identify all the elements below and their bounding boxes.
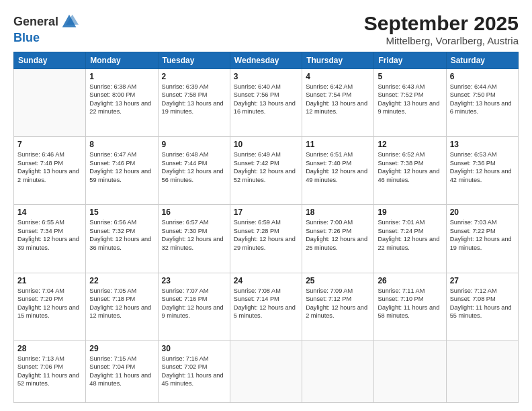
daylight-text: Daylight: 12 hours and 29 minutes. [234,235,298,252]
daylight-text: Daylight: 12 hours and 25 minutes. [306,235,370,252]
table-row [446,340,518,402]
header: General Blue September 2025 Mittelberg, … [13,12,519,46]
sunset-text: Sunset: 7:58 PM [162,91,226,99]
table-row: 30 Sunrise: 7:16 AM Sunset: 7:02 PM Dayl… [158,340,230,402]
sunrise-text: Sunrise: 7:12 AM [450,287,515,295]
sunset-text: Sunset: 7:54 PM [306,91,370,99]
header-saturday: Saturday [446,52,518,69]
sunset-text: Sunset: 7:18 PM [89,295,154,303]
calendar-subtitle: Mittelberg, Vorarlberg, Austria [364,35,519,46]
sunset-text: Sunset: 8:00 PM [89,91,154,99]
page: General Blue September 2025 Mittelberg, … [0,0,532,411]
sunset-text: Sunset: 7:14 PM [234,295,298,303]
daylight-text: Daylight: 11 hours and 45 minutes. [162,371,226,388]
sunrise-text: Sunrise: 6:46 AM [17,150,82,158]
sunset-text: Sunset: 7:28 PM [234,227,298,235]
sunset-text: Sunset: 7:46 PM [89,159,154,167]
table-row: 29 Sunrise: 7:15 AM Sunset: 7:04 PM Dayl… [86,340,158,402]
sunrise-text: Sunrise: 7:00 AM [306,218,370,226]
daylight-text: Daylight: 12 hours and 2 minutes. [306,304,370,320]
table-row: 12 Sunrise: 6:52 AM Sunset: 7:38 PM Dayl… [374,137,446,205]
sunrise-text: Sunrise: 7:15 AM [89,355,154,363]
day-number: 21 [17,276,82,285]
sunset-text: Sunset: 7:26 PM [306,227,370,235]
day-number: 12 [378,140,442,149]
table-row: 20 Sunrise: 7:03 AM Sunset: 7:22 PM Dayl… [446,205,518,273]
sunset-text: Sunset: 7:22 PM [450,227,515,235]
sunrise-text: Sunrise: 6:43 AM [378,83,442,91]
day-number: 23 [162,276,226,285]
sunset-text: Sunset: 7:02 PM [162,363,226,371]
sunrise-text: Sunrise: 7:16 AM [162,355,226,363]
daylight-text: Daylight: 12 hours and 49 minutes. [306,167,370,184]
header-tuesday: Tuesday [158,52,230,69]
sunset-text: Sunset: 7:34 PM [17,227,82,235]
daylight-text: Daylight: 12 hours and 19 minutes. [450,235,515,252]
table-row: 6 Sunrise: 6:44 AM Sunset: 7:50 PM Dayli… [446,69,518,137]
table-row: 7 Sunrise: 6:46 AM Sunset: 7:48 PM Dayli… [14,137,86,205]
day-number: 28 [17,344,82,353]
day-number: 10 [234,140,298,149]
daylight-text: Daylight: 12 hours and 15 minutes. [17,304,82,320]
daylight-text: Daylight: 12 hours and 9 minutes. [162,304,226,320]
title-block: September 2025 Mittelberg, Vorarlberg, A… [364,12,519,46]
header-monday: Monday [86,52,158,69]
sunrise-text: Sunrise: 7:08 AM [234,287,298,295]
day-number: 27 [450,276,515,285]
daylight-text: Daylight: 13 hours and 19 minutes. [162,99,226,116]
day-number: 1 [89,72,154,81]
table-row: 17 Sunrise: 6:59 AM Sunset: 7:28 PM Dayl… [230,205,302,273]
sunrise-text: Sunrise: 6:55 AM [17,218,82,226]
day-number: 3 [234,72,298,81]
day-number: 13 [450,140,515,149]
day-number: 6 [450,72,515,81]
sunset-text: Sunset: 7:42 PM [234,159,298,167]
sunset-text: Sunset: 7:40 PM [306,159,370,167]
daylight-text: Daylight: 13 hours and 22 minutes. [89,99,154,116]
day-number: 9 [162,140,226,149]
sunrise-text: Sunrise: 7:13 AM [17,355,82,363]
table-row: 8 Sunrise: 6:47 AM Sunset: 7:46 PM Dayli… [86,137,158,205]
day-number: 17 [234,208,298,217]
sunrise-text: Sunrise: 6:59 AM [234,218,298,226]
sunrise-text: Sunrise: 7:07 AM [162,287,226,295]
header-sunday: Sunday [14,52,86,69]
day-number: 8 [89,140,154,149]
sunrise-text: Sunrise: 6:39 AM [162,83,226,91]
sunset-text: Sunset: 7:12 PM [306,295,370,303]
sunset-text: Sunset: 7:50 PM [450,91,515,99]
day-number: 4 [306,72,370,81]
sunrise-text: Sunrise: 6:56 AM [89,218,154,226]
day-number: 30 [162,344,226,353]
sunset-text: Sunset: 7:20 PM [17,295,82,303]
calendar-title: September 2025 [364,12,519,35]
daylight-text: Daylight: 12 hours and 52 minutes. [234,167,298,184]
daylight-text: Daylight: 13 hours and 12 minutes. [306,99,370,116]
table-row: 16 Sunrise: 6:57 AM Sunset: 7:30 PM Dayl… [158,205,230,273]
day-number: 2 [162,72,226,81]
sunrise-text: Sunrise: 6:44 AM [450,83,515,91]
table-row: 14 Sunrise: 6:55 AM Sunset: 7:34 PM Dayl… [14,205,86,273]
table-row [14,69,86,137]
logo-icon [60,12,79,31]
logo: General Blue [13,12,80,45]
daylight-text: Daylight: 11 hours and 58 minutes. [378,304,442,320]
day-number: 11 [306,140,370,149]
daylight-text: Daylight: 12 hours and 5 minutes. [234,304,298,320]
sunset-text: Sunset: 7:56 PM [234,91,298,99]
daylight-text: Daylight: 13 hours and 6 minutes. [450,99,515,116]
sunset-text: Sunset: 7:48 PM [17,159,82,167]
day-number: 19 [378,208,442,217]
header-friday: Friday [374,52,446,69]
table-row: 2 Sunrise: 6:39 AM Sunset: 7:58 PM Dayli… [158,69,230,137]
table-row: 4 Sunrise: 6:42 AM Sunset: 7:54 PM Dayli… [302,69,374,137]
logo-blue-text: Blue [13,31,40,44]
daylight-text: Daylight: 12 hours and 59 minutes. [89,167,154,184]
daylight-text: Daylight: 12 hours and 56 minutes. [162,167,226,184]
daylight-text: Daylight: 11 hours and 55 minutes. [450,304,515,320]
sunset-text: Sunset: 7:08 PM [450,295,515,303]
sunrise-text: Sunrise: 7:04 AM [17,287,82,295]
day-number: 5 [378,72,442,81]
day-number: 29 [89,344,154,353]
sunrise-text: Sunrise: 6:38 AM [89,83,154,91]
